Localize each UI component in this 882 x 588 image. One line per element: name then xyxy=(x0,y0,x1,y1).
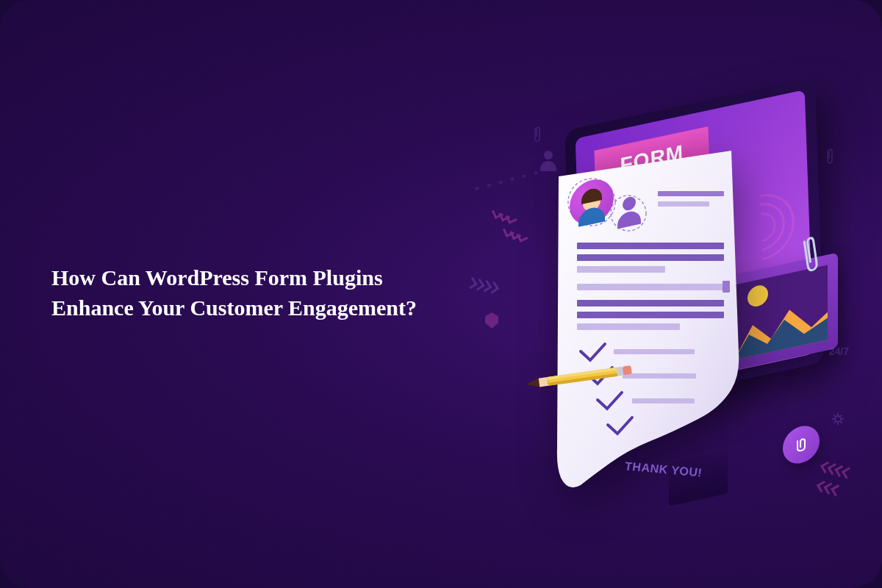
svg-rect-23 xyxy=(623,365,633,376)
svg-rect-15 xyxy=(623,373,696,379)
svg-rect-16 xyxy=(632,398,695,404)
chevron-down-group-icon xyxy=(502,224,527,244)
form-illustration: * * * * * * FORM xyxy=(463,66,860,522)
chevron-left-group-icon xyxy=(822,459,853,480)
svg-rect-11 xyxy=(577,300,724,306)
svg-rect-22 xyxy=(617,367,624,376)
svg-rect-10 xyxy=(723,281,730,293)
gear-icon xyxy=(831,412,845,426)
svg-rect-4 xyxy=(658,191,724,196)
isometric-scene: * * * * * * FORM xyxy=(463,66,860,522)
svg-marker-17 xyxy=(526,379,539,389)
hero-container: How Can WordPress Form Plugins Enhance Y… xyxy=(0,0,882,588)
svg-rect-7 xyxy=(577,254,724,261)
svg-rect-14 xyxy=(614,349,695,354)
svg-rect-6 xyxy=(577,243,724,249)
svg-rect-12 xyxy=(577,312,724,318)
paperclip-icon xyxy=(825,147,834,165)
svg-rect-13 xyxy=(577,323,680,330)
svg-rect-9 xyxy=(577,284,728,290)
page-heading: How Can WordPress Form Plugins Enhance Y… xyxy=(51,263,448,323)
chevron-left-group-icon xyxy=(818,478,843,497)
shield-icon xyxy=(485,312,498,329)
svg-point-24 xyxy=(835,416,841,422)
svg-marker-18 xyxy=(539,377,549,387)
asterisks-decoration: * * * * * * xyxy=(474,168,542,196)
chevron-down-group-icon xyxy=(491,206,516,226)
chevron-right-group-icon xyxy=(466,276,498,295)
attachment-icon xyxy=(793,435,809,455)
paperclip-icon xyxy=(533,125,542,143)
user-icon xyxy=(540,151,556,171)
svg-rect-5 xyxy=(658,201,709,207)
svg-rect-8 xyxy=(577,266,665,273)
247-badge: 24/7 xyxy=(829,345,849,357)
sun-icon xyxy=(747,284,768,309)
user-silhouette-icon xyxy=(614,194,645,232)
